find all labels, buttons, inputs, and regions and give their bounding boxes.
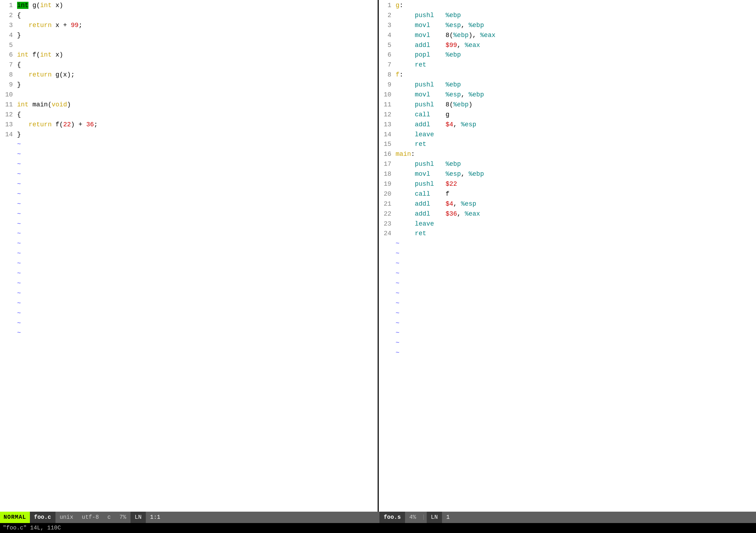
table-row: 10 [3, 90, 375, 100]
tilde-line: ~ [3, 179, 375, 189]
line-number: 14 [382, 130, 396, 140]
line-content: int main(void) [17, 100, 375, 110]
table-row: 18 movl %esp, %ebp [382, 169, 754, 179]
left-pane[interactable]: 1int g(int x)2{3 return x + 99;4}56int f… [0, 0, 379, 512]
editor-area: 1int g(int x)2{3 return x + 99;4}56int f… [0, 0, 756, 512]
line-content: { [17, 60, 375, 70]
line-content: pushl %ebp [396, 159, 754, 169]
table-row: 8 return g(x); [3, 70, 375, 80]
line-number: 8 [3, 70, 17, 80]
line-number: 17 [382, 159, 396, 169]
table-row: 17 pushl %ebp [382, 159, 754, 169]
status-bar: NORMAL foo.c unix utf-8 c 7% LN 1:1 foo.… [0, 512, 756, 523]
status-filetype: c [103, 512, 115, 523]
table-row: 6int f(int x) [3, 50, 375, 60]
line-number: 5 [3, 41, 17, 51]
line-number: 4 [382, 31, 396, 41]
table-row: 11 pushl 8(%ebp) [382, 100, 754, 110]
line-number: 13 [3, 120, 17, 130]
line-content: addl $36, %eax [396, 209, 754, 219]
status-sep: | [420, 513, 427, 522]
tilde-line: ~ [3, 159, 375, 169]
tilde-line: ~ [382, 328, 754, 338]
line-number: 24 [382, 229, 396, 239]
status-pos-right: 1 [442, 512, 454, 523]
line-content: addl $99, %eax [396, 41, 754, 51]
cmd-line: "foo.c" 14L, 110C [0, 523, 756, 533]
table-row: 14 leave [382, 130, 754, 140]
line-content: leave [396, 130, 754, 140]
tilde-line: ~ [3, 229, 375, 239]
tilde-line: ~ [3, 318, 375, 328]
line-number: 3 [3, 21, 17, 31]
tilde-line: ~ [382, 259, 754, 269]
right-pane[interactable]: 1g:2 pushl %ebp3 movl %esp, %ebp4 movl 8… [379, 0, 756, 512]
table-row: 12{ [3, 110, 375, 120]
tilde-line: ~ [382, 269, 754, 279]
line-content: { [17, 11, 375, 21]
table-row: 3 return x + 99; [3, 21, 375, 31]
line-content: main: [396, 149, 754, 159]
status-percent-left: 7% [115, 512, 131, 523]
table-row: 9} [3, 80, 375, 90]
tilde-line: ~ [382, 348, 754, 358]
tilde-line: ~ [382, 239, 754, 249]
status-ln-left: LN [131, 512, 146, 523]
table-row: 19 pushl $22 [382, 179, 754, 189]
status-format: unix [55, 512, 78, 523]
line-content: call f [396, 189, 754, 199]
table-row: 5 addl $99, %eax [382, 41, 754, 51]
line-content: movl 8(%ebp), %eax [396, 31, 754, 41]
line-number: 15 [382, 139, 396, 149]
status-right: foo.s 4% | LN 1 [377, 512, 756, 523]
line-content: movl %esp, %ebp [396, 90, 754, 100]
tilde-line: ~ [3, 209, 375, 219]
line-content: return x + 99; [17, 21, 375, 31]
line-content: } [17, 130, 375, 140]
status-percent-right: 4% [405, 512, 420, 523]
line-content: { [17, 110, 375, 120]
line-number: 22 [382, 209, 396, 219]
tilde-line: ~ [3, 219, 375, 229]
table-row: 10 movl %esp, %ebp [382, 90, 754, 100]
line-number: 14 [3, 130, 17, 140]
table-row: 9 pushl %ebp [382, 80, 754, 90]
status-filename-right: foo.s [379, 512, 405, 523]
tilde-line: ~ [382, 289, 754, 299]
line-content: pushl 8(%ebp) [396, 100, 754, 110]
line-content: addl $4, %esp [396, 120, 754, 130]
status-pos-left: 1:1 [146, 512, 165, 523]
line-number: 13 [382, 120, 396, 130]
line-content [17, 41, 375, 51]
line-number: 11 [3, 100, 17, 110]
table-row: 13 addl $4, %esp [382, 120, 754, 130]
table-row: 3 movl %esp, %ebp [382, 21, 754, 31]
tilde-line: ~ [382, 308, 754, 318]
status-ln-right: LN [427, 512, 442, 523]
line-number: 10 [3, 90, 17, 100]
tilde-line: ~ [3, 149, 375, 159]
table-row: 13 return f(22) + 36; [3, 120, 375, 130]
line-number: 2 [3, 11, 17, 21]
cmd-text: "foo.c" 14L, 110C [3, 524, 61, 533]
line-number: 23 [382, 219, 396, 229]
line-content: ret [396, 139, 754, 149]
line-content: f: [396, 70, 754, 80]
table-row: 24 ret [382, 229, 754, 239]
tilde-line: ~ [382, 249, 754, 259]
line-content: call g [396, 110, 754, 120]
line-content: int f(int x) [17, 50, 375, 60]
line-number: 10 [382, 90, 396, 100]
table-row: 7 ret [382, 60, 754, 70]
line-content: movl %esp, %ebp [396, 21, 754, 31]
line-content: movl %esp, %ebp [396, 169, 754, 179]
line-content: } [17, 80, 375, 90]
status-mode: NORMAL [0, 512, 30, 523]
table-row: 4} [3, 31, 375, 41]
status-left: NORMAL foo.c unix utf-8 c 7% LN 1:1 [0, 512, 377, 523]
line-content [17, 90, 375, 100]
table-row: 15 ret [382, 139, 754, 149]
line-number: 12 [3, 110, 17, 120]
tilde-line: ~ [3, 199, 375, 209]
tilde-line: ~ [3, 249, 375, 259]
